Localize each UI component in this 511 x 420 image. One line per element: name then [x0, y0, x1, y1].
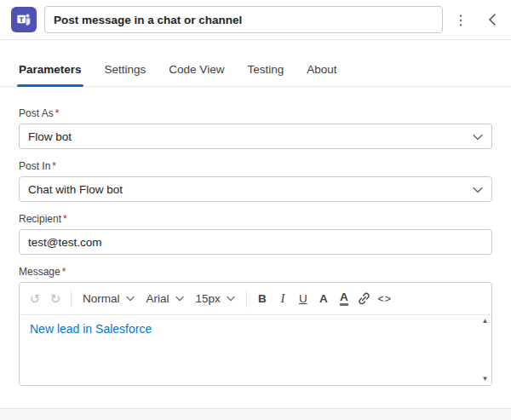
post-in-dropdown[interactable]: Chat with Flow bot: [19, 176, 492, 202]
required-asterisk: *: [63, 213, 67, 225]
post-as-dropdown[interactable]: Flow bot: [19, 124, 492, 149]
scroll-up-icon[interactable]: ▲: [482, 318, 489, 325]
font-color-button[interactable]: A: [313, 288, 334, 310]
required-asterisk: *: [55, 107, 60, 119]
chevron-down-icon: [473, 130, 483, 143]
editor-toolbar: ↺ ↻ Normal Arial 15px B I U: [20, 283, 491, 315]
post-as-selected-value: Flow bot: [28, 130, 72, 143]
message-label-text: Message: [19, 266, 60, 278]
tab-testing[interactable]: Testing: [247, 63, 284, 76]
insert-link-icon[interactable]: [354, 288, 375, 310]
panel-header: ⋮: [0, 0, 511, 40]
recipient-input[interactable]: [19, 229, 492, 255]
highlight-color-button[interactable]: A: [334, 288, 354, 310]
tab-parameters[interactable]: Parameters: [19, 63, 82, 76]
tab-code-view[interactable]: Code View: [169, 63, 224, 76]
toolbar-divider: [71, 291, 72, 308]
highlight-glyph: A: [340, 291, 348, 307]
action-title-input[interactable]: [44, 6, 443, 33]
paragraph-style-value: Normal: [83, 292, 120, 305]
paragraph-style-dropdown[interactable]: Normal: [77, 288, 141, 310]
chevron-down-icon: [227, 296, 235, 302]
message-rich-text-editor: ↺ ↻ Normal Arial 15px B I U: [19, 282, 492, 386]
post-as-label-text: Post As: [19, 107, 54, 119]
font-family-dropdown[interactable]: Arial: [141, 288, 190, 310]
post-in-label: Post In*: [19, 160, 492, 172]
scroll-down-icon[interactable]: ▼: [482, 376, 489, 383]
more-options-icon[interactable]: ⋮: [448, 7, 474, 32]
post-in-selected-value: Chat with Flow bot: [28, 183, 123, 196]
action-configuration-panel: ⋮ Parameters Settings Code View Testing …: [0, 0, 511, 420]
recipient-label-text: Recipient: [19, 213, 61, 225]
undo-icon[interactable]: ↺: [25, 288, 45, 310]
italic-button[interactable]: I: [273, 288, 293, 310]
tab-about[interactable]: About: [307, 63, 336, 76]
toolbar-divider: [246, 291, 247, 308]
required-asterisk: *: [52, 160, 56, 172]
recipient-label: Recipient*: [19, 213, 492, 225]
teams-icon: [11, 7, 37, 32]
underline-button[interactable]: U: [293, 288, 313, 310]
editor-scrollbar[interactable]: ▲ ▼: [479, 315, 491, 385]
parameters-form: Post As* Flow bot Post In* Chat with Flo…: [0, 87, 511, 386]
message-label: Message*: [19, 266, 492, 278]
post-as-label: Post As*: [19, 107, 492, 119]
tab-settings[interactable]: Settings: [105, 63, 146, 76]
redo-icon[interactable]: ↻: [45, 288, 66, 310]
code-view-button[interactable]: <>: [375, 288, 395, 310]
chevron-down-icon: [175, 296, 184, 302]
font-family-value: Arial: [146, 292, 169, 305]
font-size-dropdown[interactable]: 15px: [190, 288, 241, 310]
chevron-down-icon: [126, 296, 135, 302]
editor-body: New lead in Salesforce ▲ ▼: [20, 315, 491, 385]
bold-button[interactable]: B: [252, 288, 273, 310]
post-in-label-text: Post In: [19, 160, 50, 172]
collapse-panel-icon[interactable]: [480, 7, 502, 32]
message-content[interactable]: New lead in Salesforce: [20, 315, 479, 385]
chevron-down-icon: [473, 183, 483, 196]
font-size-value: 15px: [196, 292, 221, 305]
tab-bar: Parameters Settings Code View Testing Ab…: [0, 40, 511, 87]
required-asterisk: *: [62, 266, 66, 278]
panel-footer: [0, 408, 511, 420]
